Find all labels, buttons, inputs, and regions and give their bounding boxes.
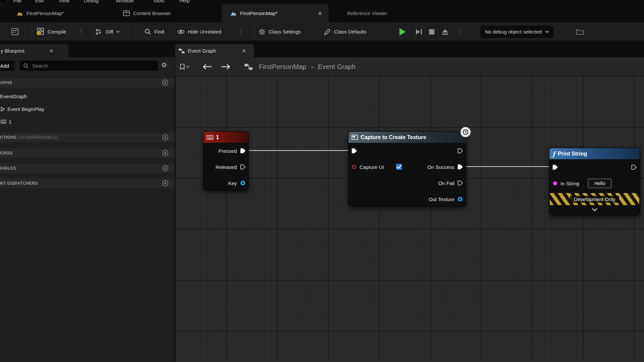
add-event-dispatcher-button[interactable] <box>162 180 168 186</box>
close-icon[interactable] <box>50 49 53 53</box>
data-pin-out-texture[interactable] <box>457 196 464 202</box>
tab-label: Content Browser <box>133 10 171 16</box>
event-graph-panel: FirstPersonMap › Event Graph 1 Pressed <box>175 57 644 362</box>
close-icon[interactable] <box>318 11 322 15</box>
search-icon <box>144 28 151 35</box>
breadcrumb-root[interactable]: FirstPersonMap <box>259 63 306 71</box>
data-pin-key[interactable] <box>239 180 246 186</box>
panel-settings-gear-icon[interactable]: ⚙ <box>161 61 167 69</box>
tab-firstpersonmap-1[interactable]: FirstPersonMap* <box>16 4 64 22</box>
menu-item-window[interactable]: Window <box>116 0 133 3</box>
tab-content-browser[interactable]: Content Browser <box>123 4 171 22</box>
capture-ui-checkbox[interactable] <box>396 164 402 170</box>
add-variable-button[interactable] <box>162 165 168 171</box>
asset-toolbar-button[interactable] <box>11 22 19 41</box>
browse-to-asset-button[interactable] <box>576 22 584 41</box>
section-header-macros[interactable]: CROS <box>0 148 174 158</box>
exec-pin-on-success[interactable] <box>457 164 464 170</box>
stop-button[interactable] <box>429 22 435 41</box>
search-box[interactable] <box>20 61 158 71</box>
node-keyboard-event-1[interactable]: 1 Pressed Released Key <box>203 131 249 191</box>
diff-button[interactable]: Diff <box>95 22 120 41</box>
close-icon[interactable] <box>242 49 246 53</box>
menu-item-file[interactable]: File <box>13 0 21 3</box>
class-settings-button[interactable]: Class Settings <box>258 22 301 41</box>
exec-pin-released[interactable] <box>239 164 246 170</box>
menu-item-edit[interactable]: Edit <box>35 0 44 3</box>
nav-back-button[interactable] <box>202 64 212 70</box>
section-header-event-dispatchers[interactable]: NT DISPATCHERS <box>0 179 174 188</box>
hide-unrelated-options-button[interactable]: ⋮ <box>238 22 244 41</box>
arrow-left-icon <box>202 64 212 70</box>
node-header[interactable]: 1 <box>204 132 248 143</box>
tab-reference-viewer[interactable]: Reference Viewer <box>347 4 387 22</box>
bookmarks-button[interactable] <box>180 64 190 70</box>
level-asset-icon <box>16 10 23 17</box>
tab-firstpersonmap-active[interactable]: FirstPersonMap* <box>222 4 329 22</box>
tab-my-blueprint[interactable]: y Blueprint <box>0 44 68 57</box>
play-options-button[interactable]: ⋮ <box>458 22 463 41</box>
development-only-label: Development Only <box>570 196 619 203</box>
panel-divider[interactable] <box>174 41 175 362</box>
toolbar-separator <box>250 26 250 38</box>
exec-pin-in[interactable] <box>552 164 558 171</box>
blueprint-board-icon <box>11 28 19 36</box>
search-input[interactable] <box>32 63 146 69</box>
class-defaults-button[interactable]: Class Defaults <box>324 22 367 41</box>
section-header-variables[interactable]: IABLES <box>0 164 174 173</box>
node-print-string[interactable]: ƒ Print String In String Hello Developme… <box>549 148 640 216</box>
frame-skip-button[interactable] <box>415 22 423 41</box>
compile-options-button[interactable]: ⋮ <box>78 22 84 41</box>
exec-pin-out[interactable] <box>457 147 464 154</box>
add-graph-button[interactable] <box>162 79 168 86</box>
exec-pin-on-fail[interactable] <box>457 180 464 186</box>
item-label: Event BeginPlay <box>7 106 44 112</box>
data-pin-capture-ui[interactable] <box>351 164 357 170</box>
item-event-beginplay[interactable]: Event BeginPlay <box>0 104 174 114</box>
section-label: CROS <box>0 151 13 156</box>
play-button[interactable] <box>398 22 407 41</box>
exec-wire-pressed-to-capture <box>244 150 353 151</box>
breadcrumb-current[interactable]: Event Graph <box>318 63 356 71</box>
hide-unrelated-button[interactable]: Hide Unrelated <box>177 22 221 41</box>
plus-circle-icon <box>162 165 168 171</box>
add-button[interactable]: Add <box>0 61 14 71</box>
toolbar-separator <box>88 26 88 38</box>
exec-pin-in[interactable] <box>351 147 358 154</box>
section-header-functions[interactable]: CTIONS (20 OVERRIDABLE) <box>0 133 174 142</box>
item-key-1[interactable]: 1 <box>0 117 174 127</box>
toolbar-separator <box>131 26 132 38</box>
event-arrow-icon <box>1 107 5 112</box>
menu-item-debug[interactable]: Debug <box>84 0 99 3</box>
my-blueprint-panel: Add ⚙ APHS EventGraph Event BeginPlay <box>0 57 174 362</box>
graph-canvas[interactable] <box>175 76 644 362</box>
add-macro-button[interactable] <box>162 150 168 156</box>
node-title: Print String <box>558 151 587 157</box>
menu-item-tools[interactable]: Tools <box>153 0 164 3</box>
exec-pin-out[interactable] <box>631 164 637 171</box>
gear-icon <box>258 28 266 36</box>
graph-nav-bar: FirstPersonMap › Event Graph <box>175 57 644 76</box>
node-title: 1 <box>216 134 219 140</box>
node-header[interactable]: ƒ Print String <box>549 148 640 159</box>
node-header[interactable]: Capture to Create Texture <box>348 132 466 143</box>
data-pin-in-string[interactable] <box>552 180 558 186</box>
add-function-button[interactable] <box>162 134 168 140</box>
node-capture-to-create-texture[interactable]: Capture to Create Texture Capture UI <box>348 131 466 207</box>
debug-object-dropdown[interactable]: No debug object selected <box>481 22 553 41</box>
compile-button[interactable]: ? Compile <box>36 22 66 41</box>
nav-forward-button[interactable] <box>221 64 231 70</box>
in-string-value-field[interactable]: Hello <box>588 179 611 188</box>
tab-event-graph[interactable]: Event Graph <box>174 44 254 57</box>
node-expand-chevron-icon[interactable] <box>592 208 598 212</box>
menu-item-view[interactable]: View <box>59 0 69 3</box>
eject-button[interactable] <box>441 22 449 41</box>
section-header-graphs[interactable]: APHS <box>0 78 174 87</box>
svg-text:?: ? <box>38 32 40 35</box>
find-button[interactable]: Find <box>144 22 164 41</box>
menu-item-help[interactable]: Help <box>179 0 190 3</box>
debug-dropdown-label: No debug object selected <box>485 29 542 35</box>
exec-pin-pressed[interactable] <box>239 147 246 154</box>
chevron-down-icon <box>545 31 549 33</box>
item-event-graph[interactable]: EventGraph <box>0 91 174 101</box>
